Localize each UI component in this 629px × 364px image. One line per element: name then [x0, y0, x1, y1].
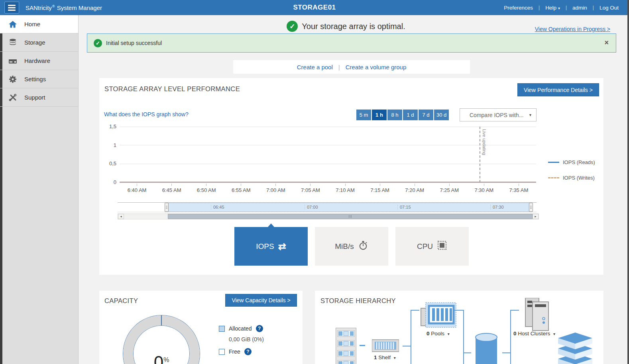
logout-link[interactable]: Log Out	[600, 5, 619, 11]
x-axis-tick: 6:45 AM	[162, 187, 181, 193]
range-button-8h[interactable]: 8 h	[387, 110, 402, 120]
create-volume-group-link[interactable]: Create a volume group	[346, 64, 407, 70]
y-axis-tick: 1	[101, 142, 116, 148]
compare-iops-dropdown[interactable]: Compare IOPS with... ▼	[460, 108, 537, 121]
navigator-left-handle[interactable]	[165, 203, 169, 212]
hardware-icon	[8, 56, 18, 66]
pools-count: 0	[427, 331, 430, 337]
quick-actions-bar: Create a pool | Create a volume group	[233, 60, 470, 74]
array-rack-icon	[336, 328, 356, 364]
pools-dropdown[interactable]: 0 Pools ▾	[427, 331, 450, 337]
connector-bracket	[510, 310, 511, 364]
sidebar-item-home[interactable]: Home	[0, 15, 78, 33]
allocated-help-icon[interactable]: ?	[256, 325, 263, 332]
x-axis-tick: 7:20 AM	[405, 187, 424, 193]
gridline	[120, 127, 536, 127]
writes-line-swatch	[548, 177, 559, 178]
current-user-label: admin	[572, 5, 587, 11]
chart-legend: IOPS (Reads) IOPS (Writes)	[548, 159, 595, 190]
window-right-edge	[627, 0, 629, 364]
y-axis-tick: 0	[101, 179, 116, 185]
reads-line-swatch	[548, 162, 559, 163]
connector-line	[454, 310, 463, 311]
separator: |	[566, 5, 567, 10]
x-axis-tick: 6:50 AM	[197, 187, 216, 193]
navigator-right-handle[interactable]	[529, 203, 533, 212]
percent-sign: %	[163, 356, 169, 363]
create-pool-link[interactable]: Create a pool	[297, 64, 333, 70]
navigator-time-label: 07:15	[397, 205, 411, 209]
compare-dropdown-value: Compare IOPS with...	[470, 112, 523, 118]
range-button-1h[interactable]: 1 h	[372, 110, 387, 120]
scroll-left-arrow[interactable]: ◄	[118, 214, 124, 219]
scrollbar-thumb[interactable]	[168, 214, 533, 219]
sidebar-item-label: Storage	[24, 39, 45, 46]
live-updating-label: Live updating	[482, 129, 487, 155]
host-clusters-count: 0	[513, 331, 517, 337]
iops-graph-help-link[interactable]: What does the IOPS graph show?	[104, 111, 189, 117]
separator: |	[338, 64, 340, 70]
view-capacity-details-button[interactable]: View Capacity Details >	[225, 294, 297, 307]
status-message: Your storage array is optimal.	[302, 22, 405, 31]
legend-label: IOPS (Writes)	[563, 175, 595, 181]
x-axis-tick: 7:10 AM	[336, 187, 355, 193]
connector-line	[411, 310, 419, 311]
free-help-icon[interactable]: ?	[244, 348, 252, 355]
x-axis-tick: 6:55 AM	[232, 187, 251, 193]
range-button-30d[interactable]: 30 d	[434, 110, 449, 120]
legend-item-reads: IOPS (Reads)	[548, 159, 595, 165]
range-button-5m[interactable]: 5 m	[356, 110, 371, 120]
navigator-selection[interactable]: 06:45 07:00 07:15 07:30	[167, 203, 531, 212]
help-menu[interactable]: Help▾	[545, 5, 560, 11]
legend-label: IOPS (Reads)	[563, 159, 595, 165]
free-legend-row: Free ?	[219, 348, 264, 355]
x-tick	[137, 184, 137, 186]
separator: |	[539, 5, 540, 10]
sidebar-item-hardware[interactable]: Hardware	[0, 52, 78, 70]
connector-line	[403, 346, 411, 346]
chart-scrollbar[interactable]: ◄ ►	[118, 213, 539, 219]
setup-success-banner: ✓ Initial setup successful ×	[87, 33, 616, 53]
x-axis-tick: 7:00 AM	[266, 187, 285, 193]
free-swatch	[219, 349, 225, 355]
connector-bracket	[463, 310, 464, 364]
iops-chart-plot-area: Live updating	[120, 127, 536, 182]
allocated-swatch	[219, 326, 225, 332]
x-axis-tick: 6:40 AM	[128, 187, 147, 193]
scroll-right-arrow[interactable]: ►	[533, 214, 539, 219]
allocated-legend-row: Allocated ?	[219, 325, 264, 332]
status-check-icon: ✓	[287, 21, 298, 32]
gridline	[120, 145, 536, 145]
sidebar-item-settings[interactable]: Settings	[0, 70, 78, 88]
separator: |	[593, 5, 594, 10]
time-range-selector: 5 m 1 h 8 h 1 d 7 d 30 d	[356, 110, 449, 120]
x-axis-baseline	[120, 182, 536, 183]
range-button-1d[interactable]: 1 d	[403, 110, 418, 120]
performance-card: STORAGE ARRAY LEVEL PERFORMANCE View Per…	[99, 78, 603, 275]
connector-line	[510, 310, 519, 311]
shelf-dropdown[interactable]: 1 Shelf ▾	[374, 354, 396, 360]
caret-down-icon: ▾	[553, 332, 555, 336]
banner-close-icon[interactable]: ×	[604, 39, 609, 47]
banner-message: Initial setup successful	[106, 40, 162, 46]
metric-tab-mibs[interactable]: MiB/s	[315, 227, 388, 266]
range-button-7d[interactable]: 7 d	[419, 110, 433, 120]
chart-navigator[interactable]: 06:45 07:00 07:15 07:30	[118, 202, 537, 212]
donut-divider	[161, 315, 162, 325]
view-operations-link[interactable]: View Operations in Progress >	[535, 26, 610, 32]
caret-down-icon: ▾	[394, 356, 396, 360]
legend-item-writes: IOPS (Writes)	[548, 175, 595, 181]
host-clusters-dropdown[interactable]: 0 Host Clusters ▾	[513, 331, 555, 337]
capacity-card: CAPACITY View Capacity Details > 0% Free…	[99, 291, 303, 364]
metric-tab-cpu[interactable]: CPU	[395, 227, 469, 266]
preferences-link[interactable]: Preferences	[504, 5, 533, 11]
metric-tab-iops[interactable]: IOPS ⇄	[234, 227, 308, 266]
view-performance-details-button[interactable]: View Performance Details >	[517, 83, 599, 96]
sidebar-item-support[interactable]: Support	[0, 88, 78, 107]
sidebar-item-label: Settings	[24, 76, 46, 82]
sidebar-item-storage[interactable]: Storage	[0, 33, 78, 52]
pools-label: Pools	[431, 331, 444, 337]
capacity-card-title: CAPACITY	[104, 297, 138, 305]
sidebar-item-label: Home	[24, 21, 40, 27]
x-axis-tick: 7:30 AM	[474, 187, 493, 193]
